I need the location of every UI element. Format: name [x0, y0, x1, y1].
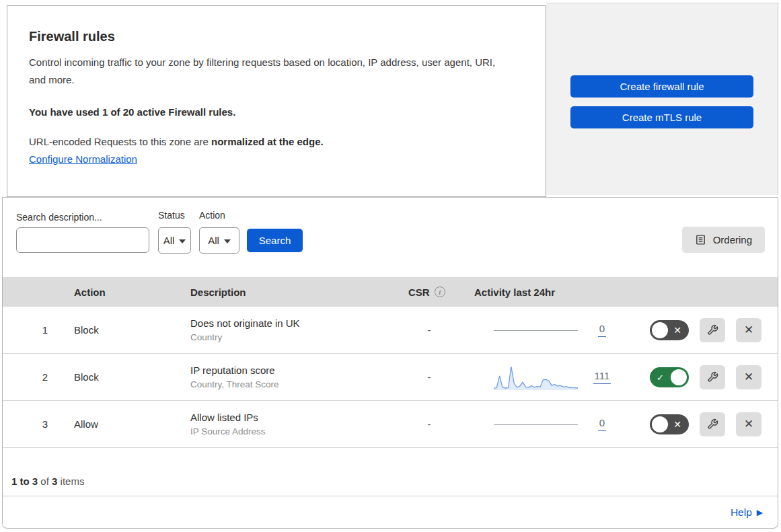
- rule-description-title: IP reputation score: [190, 365, 400, 376]
- normalization-text: URL-encoded Requests to this zone are: [29, 136, 211, 147]
- edit-rule-button[interactable]: [700, 412, 725, 436]
- rule-fields: IP Source Address: [190, 426, 400, 436]
- sparkline-chart: [494, 365, 578, 390]
- toggle-knob: [652, 322, 668, 338]
- rule-description: Allow listed IPs IP Source Address: [186, 412, 400, 436]
- activity-count-cell: 0: [578, 323, 626, 337]
- rule-csr: -: [400, 418, 458, 430]
- status-label: Status: [158, 210, 185, 221]
- search-button[interactable]: Search: [247, 229, 303, 252]
- toggle-knob: [652, 416, 668, 432]
- column-header-activity: Activity last 24hr: [458, 287, 578, 298]
- rule-enabled-toggle[interactable]: ✓: [650, 367, 689, 387]
- rule-description-title: Does not originate in UK: [190, 317, 400, 329]
- wrench-icon: [707, 418, 718, 430]
- rule-priority: 1: [3, 324, 70, 336]
- table-row: 1 Block Does not originate in UK Country…: [3, 307, 778, 354]
- pagination-range: 1 to 3: [11, 476, 38, 487]
- pagination-total: 3: [52, 476, 57, 487]
- page-header-section: Firewall rules Control incoming traffic …: [0, 0, 781, 197]
- table-header-row: Action Description CSR i Activity last 2…: [3, 277, 778, 307]
- activity-count-cell: 0: [578, 417, 626, 431]
- ordering-button-label: Ordering: [713, 234, 752, 245]
- chevron-down-icon: [179, 239, 186, 243]
- rule-fields: Country, Threat Score: [190, 379, 400, 389]
- normalization-note: URL-encoded Requests to this zone are no…: [29, 136, 524, 147]
- action-select[interactable]: All: [199, 227, 239, 254]
- usage-note: You have used 1 of 20 active Firewall ru…: [29, 106, 524, 118]
- toggle-x-icon: ✕: [673, 420, 681, 429]
- edit-rule-button[interactable]: [700, 365, 725, 389]
- close-icon: ✕: [744, 370, 753, 384]
- help-label: Help: [731, 506, 752, 519]
- action-select-value: All: [208, 235, 219, 246]
- rule-action: Block: [70, 324, 186, 336]
- pagination-summary: 1 to 3 of 3 items: [3, 448, 778, 496]
- configure-normalization-link[interactable]: Configure Normalization: [29, 153, 137, 165]
- search-input[interactable]: [30, 235, 163, 246]
- help-arrow-icon: ▶: [757, 508, 763, 517]
- filter-bar: Search description... Status Action All …: [3, 198, 778, 277]
- close-icon: ✕: [744, 323, 753, 337]
- chevron-down-icon: [224, 239, 231, 243]
- page-description: Control incoming traffic to your zone by…: [29, 54, 507, 89]
- rule-description-title: Allow listed IPs: [190, 412, 400, 423]
- rule-action: Allow: [70, 418, 186, 430]
- rule-description: Does not originate in UK Country: [186, 317, 400, 342]
- help-link[interactable]: Help ▶: [731, 506, 763, 519]
- rule-controls: ✓ ✕: [626, 365, 778, 389]
- help-row: Help ▶: [3, 496, 778, 528]
- create-firewall-rule-button[interactable]: Create firewall rule: [570, 75, 753, 98]
- wrench-icon: [707, 371, 718, 383]
- toggle-check-icon: ✓: [657, 373, 664, 381]
- rule-csr: -: [400, 371, 458, 383]
- rule-priority: 2: [3, 371, 70, 383]
- delete-rule-button[interactable]: ✕: [736, 412, 761, 436]
- create-mtls-rule-button[interactable]: Create mTLS rule: [570, 106, 753, 128]
- close-icon: ✕: [744, 417, 753, 431]
- activity-count-link[interactable]: 111: [593, 370, 611, 384]
- activity-count-link[interactable]: 0: [598, 323, 606, 337]
- rule-action: Block: [70, 371, 186, 383]
- action-label: Action: [199, 210, 225, 221]
- rule-enabled-toggle[interactable]: ✕: [650, 320, 689, 340]
- rule-csr: -: [400, 324, 458, 336]
- status-select[interactable]: All: [158, 227, 191, 254]
- csr-header-label: CSR: [408, 287, 430, 298]
- rule-enabled-toggle[interactable]: ✕: [650, 414, 689, 434]
- rule-controls: ✕ ✕: [626, 318, 778, 342]
- rule-priority: 3: [3, 418, 70, 430]
- list-document-icon: [695, 234, 706, 245]
- activity-count-cell: 111: [578, 370, 626, 384]
- rule-controls: ✕ ✕: [626, 412, 778, 436]
- page-title: Firewall rules: [29, 29, 524, 44]
- table-row: 2 Block IP reputation score Country, Thr…: [3, 354, 778, 401]
- toggle-x-icon: ✕: [673, 326, 681, 335]
- rule-fields: Country: [190, 332, 400, 342]
- info-icon[interactable]: i: [435, 287, 445, 297]
- ordering-button[interactable]: Ordering: [682, 227, 765, 253]
- table-row: 3 Allow Allow listed IPs IP Source Addre…: [3, 401, 778, 448]
- column-header-description: Description: [186, 287, 400, 298]
- pagination-items: items: [61, 476, 85, 487]
- column-header-action: Action: [70, 287, 186, 298]
- status-select-value: All: [163, 235, 175, 246]
- delete-rule-button[interactable]: ✕: [736, 318, 761, 342]
- search-box[interactable]: [16, 227, 149, 253]
- intro-card: Firewall rules Control incoming traffic …: [7, 5, 546, 197]
- wrench-icon: [707, 324, 718, 336]
- search-label: Search description...: [16, 212, 102, 223]
- activity-count-link[interactable]: 0: [598, 417, 606, 431]
- rule-description: IP reputation score Country, Threat Scor…: [186, 365, 400, 389]
- rules-card: Search description... Status Action All …: [2, 197, 778, 529]
- toggle-knob: [671, 369, 687, 385]
- actions-panel: Create firewall rule Create mTLS rule: [546, 3, 778, 195]
- column-header-csr: CSR i: [400, 287, 458, 298]
- edit-rule-button[interactable]: [700, 318, 725, 342]
- delete-rule-button[interactable]: ✕: [736, 365, 761, 389]
- pagination-of: of: [40, 476, 49, 487]
- normalization-bold-text: normalized at the edge.: [211, 136, 324, 147]
- activity-sparkline: [458, 365, 578, 390]
